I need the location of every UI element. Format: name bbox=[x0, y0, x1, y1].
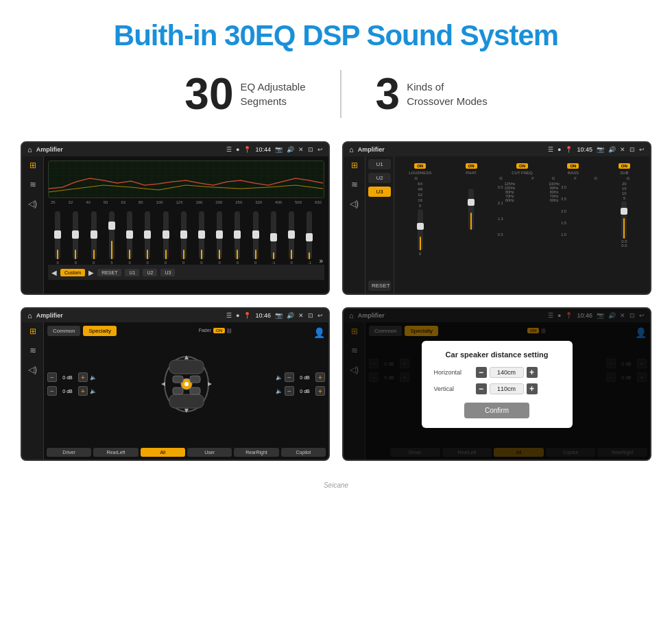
user-btn[interactable]: User bbox=[187, 448, 232, 457]
fl-minus-btn[interactable]: − bbox=[47, 372, 57, 382]
rr-plus-btn[interactable]: + bbox=[315, 386, 325, 396]
eq-slider-12[interactable]: -1 bbox=[265, 211, 282, 265]
cross-wave-icon[interactable]: ≋ bbox=[351, 180, 358, 189]
fader-on-badge[interactable]: ON bbox=[213, 328, 225, 333]
spec-content: ⊞ ≋ ◁) Common Specialty Fader ON ||| 👤 bbox=[22, 322, 328, 460]
cross-pin-icon: 📍 bbox=[565, 146, 573, 153]
cutfreq-on-btn[interactable]: ON bbox=[516, 163, 528, 169]
all-btn[interactable]: All bbox=[141, 448, 185, 457]
cross-back-icon[interactable]: ↩ bbox=[639, 146, 645, 153]
eq-reset-btn[interactable]: RESET bbox=[97, 269, 121, 276]
spec-tab-specialty[interactable]: Specialty bbox=[83, 326, 116, 336]
phat-slider-col[interactable] bbox=[446, 182, 495, 292]
horizontal-minus-btn[interactable]: − bbox=[476, 367, 487, 378]
vertical-value: 110cm bbox=[490, 383, 524, 394]
eq-slider-1[interactable]: 0 bbox=[67, 211, 84, 265]
fr-minus-btn[interactable]: − bbox=[285, 372, 294, 382]
eq-slider-8[interactable]: 0 bbox=[193, 211, 210, 265]
sub-slider-col[interactable]: 20 15 10 5 0.50.0 bbox=[600, 182, 649, 292]
eq-u2-btn[interactable]: U2 bbox=[143, 269, 157, 276]
spec-x-icon[interactable]: ✕ bbox=[298, 312, 304, 319]
fl-speaker-icon: 🔈 bbox=[90, 374, 97, 381]
eq-slider-6[interactable]: 0 bbox=[157, 211, 173, 265]
dialog-confirm-area: Confirm bbox=[434, 403, 560, 418]
spec-tab-common[interactable]: Common bbox=[47, 326, 80, 336]
eq-slider-5[interactable]: 0 bbox=[139, 211, 156, 265]
driver-btn[interactable]: Driver bbox=[47, 448, 91, 457]
eq-wave-icon[interactable]: ≋ bbox=[29, 180, 36, 189]
cross-channels: ON LOUDNESS ON PHAT ON CUT FREQ ON BASS bbox=[394, 156, 650, 294]
spec-back-icon[interactable]: ↩ bbox=[317, 312, 323, 319]
eq-slider-4[interactable]: 0 bbox=[121, 211, 138, 265]
sub-channel: ON SUB bbox=[600, 158, 649, 175]
loudness-on-btn[interactable]: ON bbox=[414, 163, 426, 169]
rl-plus-btn[interactable]: + bbox=[78, 386, 88, 396]
phat-on-btn[interactable]: ON bbox=[466, 163, 477, 169]
eq-u1-btn[interactable]: U1 bbox=[125, 269, 139, 276]
eq-slider-2[interactable]: 0 bbox=[85, 211, 101, 265]
eq-u3-btn[interactable]: U3 bbox=[160, 269, 175, 276]
rear-right-btn[interactable]: RearRight bbox=[234, 448, 278, 457]
copilot-btn[interactable]: Copilot bbox=[281, 448, 326, 457]
horizontal-value: 140cm bbox=[490, 367, 524, 378]
spec-home-icon[interactable]: ⌂ bbox=[27, 311, 32, 320]
eq-screen: ⌂ Amplifier ☰ ● 📍 10:44 📷 🔊 ✕ ⊡ ↩ ⊞ ≋ ◁) bbox=[21, 141, 330, 295]
preset-u2[interactable]: U2 bbox=[368, 173, 391, 183]
preset-u1[interactable]: U1 bbox=[368, 159, 391, 169]
vertical-plus-btn[interactable]: + bbox=[527, 383, 538, 394]
rr-minus-btn[interactable]: − bbox=[285, 386, 294, 396]
rear-left-btn[interactable]: RearLeft bbox=[93, 448, 138, 457]
cross-tune-icon[interactable]: ⊞ bbox=[351, 160, 358, 170]
cross-x-icon[interactable]: ✕ bbox=[620, 146, 625, 153]
eq-tune-icon[interactable]: ⊞ bbox=[29, 160, 36, 170]
eq-screen-title: Amplifier bbox=[36, 146, 222, 153]
user-profile-icon[interactable]: 👤 bbox=[313, 327, 325, 338]
eq-slider-9[interactable]: 0 bbox=[211, 211, 228, 265]
spec-screen-title: Amplifier bbox=[36, 312, 222, 319]
spec-vol-sidebar-icon[interactable]: ◁) bbox=[28, 365, 37, 374]
cutfreq-slider-col[interactable]: 3.02.11.30.5 125Hz 100Hz 80Hz 70Hz 60Hz bbox=[498, 182, 547, 292]
bass-slider-col[interactable]: 100Hz 90Hz 80Hz 70Hz 60Hz 3.02.52.01.51.… bbox=[549, 182, 597, 292]
eq-vol-icon[interactable]: ◁) bbox=[28, 199, 37, 208]
dialog-overlay: Car speaker distance setting Horizontal … bbox=[344, 309, 650, 460]
expand-icon[interactable]: » bbox=[320, 257, 324, 265]
sub-on-btn[interactable]: ON bbox=[619, 163, 630, 169]
vertical-control: − 110cm + bbox=[476, 383, 538, 394]
eq-prev-icon[interactable]: ◀ bbox=[51, 269, 57, 276]
stats-row: 30 EQ Adjustable Segments 3 Kinds of Cro… bbox=[0, 59, 672, 134]
loudness-slider-col[interactable]: 64 48 32 16 0 0 bbox=[396, 182, 444, 292]
rl-db-value: 0 dB bbox=[59, 389, 76, 394]
eq-slider-10[interactable]: 0 bbox=[229, 211, 245, 265]
eq-custom-btn[interactable]: Custom bbox=[60, 269, 85, 276]
back-icon[interactable]: ↩ bbox=[317, 146, 323, 153]
cross-vol-icon: 🔊 bbox=[608, 146, 616, 153]
cross-reset-btn[interactable]: RESET bbox=[368, 281, 391, 291]
eq-slider-13[interactable]: 0 bbox=[283, 211, 300, 265]
fr-plus-btn[interactable]: + bbox=[315, 372, 325, 382]
eq-slider-14[interactable]: -1 bbox=[301, 211, 317, 265]
vertical-minus-btn[interactable]: − bbox=[476, 383, 487, 394]
eq-slider-3[interactable]: 5 bbox=[104, 211, 120, 265]
eq-next-icon[interactable]: ▶ bbox=[88, 269, 94, 276]
crossover-label: Kinds of Crossover Modes bbox=[407, 80, 488, 108]
spec-tune-icon[interactable]: ⊞ bbox=[29, 326, 36, 336]
phat-label: PHAT bbox=[446, 171, 495, 175]
cross-home-icon[interactable]: ⌂ bbox=[349, 145, 354, 154]
preset-u3[interactable]: U3 bbox=[368, 187, 391, 197]
rl-minus-btn[interactable]: − bbox=[47, 386, 57, 396]
spec-wave-icon[interactable]: ≋ bbox=[29, 346, 36, 355]
fl-plus-btn[interactable]: + bbox=[78, 372, 88, 382]
bass-on-btn[interactable]: ON bbox=[567, 163, 579, 169]
rr-speaker-icon: 🔈 bbox=[276, 388, 283, 394]
home-icon[interactable]: ⌂ bbox=[27, 145, 32, 154]
eq-slider-0[interactable]: 0 bbox=[49, 211, 66, 265]
x-icon[interactable]: ✕ bbox=[298, 146, 304, 153]
svg-rect-2 bbox=[169, 360, 204, 374]
cross-vol-sidebar-icon[interactable]: ◁) bbox=[350, 199, 359, 208]
vol-icon: 🔊 bbox=[287, 146, 294, 153]
eq-slider-7[interactable]: 0 bbox=[176, 211, 192, 265]
svg-rect-3 bbox=[169, 394, 204, 408]
eq-slider-11[interactable]: 0 bbox=[248, 211, 264, 265]
confirm-button[interactable]: Confirm bbox=[464, 403, 529, 418]
horizontal-plus-btn[interactable]: + bbox=[527, 367, 538, 378]
